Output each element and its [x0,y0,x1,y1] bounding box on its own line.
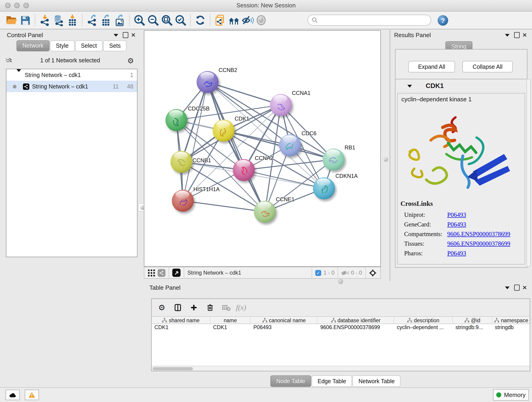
refresh-icon[interactable] [193,13,207,27]
help-icon[interactable]: ? [438,15,448,26]
table-row[interactable]: CDK1CDK1P064939606.ENSP00000378699cyclin… [152,325,530,332]
hidden-eye-icon[interactable] [341,270,349,276]
export-image-icon[interactable] [113,13,127,27]
collapse-all-icon[interactable] [5,57,11,64]
zoom-in-icon[interactable] [133,13,146,27]
function-builder-button[interactable]: f(x) [236,302,246,313]
close-panel-icon[interactable]: ✕ [521,32,528,38]
scrollbar-thumb[interactable] [152,367,193,370]
table-cell[interactable]: 9606.ENSP00000378699 [317,325,394,332]
import-network-icon[interactable] [38,13,52,27]
hide-selected-icon[interactable] [241,13,254,27]
birdseye-icon[interactable] [172,269,181,277]
column-header-description[interactable]: description [394,317,453,324]
tab-network[interactable]: Network [17,40,50,51]
network-node-cdc25b[interactable] [165,109,187,131]
close-panel-icon[interactable]: ✕ [521,284,528,291]
node-label: CDKN1A [336,173,358,179]
delete-table-icon[interactable] [220,302,232,313]
search-field[interactable] [307,15,431,26]
crosslink-value-link[interactable]: P06493 [447,211,466,219]
column-header-shared-name[interactable]: shared name [152,317,210,324]
panel-menu-icon[interactable] [504,32,510,38]
share-icon[interactable] [158,269,165,277]
network-node-ccna2[interactable] [233,159,255,181]
fit-content-icon[interactable] [160,13,174,27]
network-row[interactable]: String Network – cdk1 11 48 [6,81,137,92]
tab-sets[interactable]: Sets [103,40,127,51]
network-node-rb1[interactable] [323,148,345,171]
delete-icon[interactable] [204,302,216,313]
tab-select[interactable]: Select [75,40,103,51]
show-hidden-icon[interactable] [254,13,268,27]
crosslink-value-link[interactable]: P06493 [447,221,466,228]
search-input[interactable] [318,17,427,24]
save-session-icon[interactable] [18,13,32,27]
tab-style[interactable]: Style [50,40,75,51]
network-node-ccnb1[interactable] [171,151,192,173]
network-node-cdkn1a[interactable] [313,177,335,199]
zoom-out-icon[interactable] [146,13,160,27]
crosslink-value-link[interactable]: P06493 [447,250,466,257]
gear-icon[interactable]: ⚙ [156,302,168,313]
right-splitter-handle[interactable] [382,156,389,163]
column-header-database-identifier[interactable]: database identifier [317,317,394,324]
panel-menu-icon[interactable] [504,285,510,291]
table-cell[interactable]: cyclin–dependent ... [394,325,453,332]
network-node-ccne1[interactable] [254,201,276,223]
network-node-ccna1[interactable] [270,94,292,116]
memory-button[interactable]: Memory [493,389,529,401]
import-database-icon[interactable] [52,13,65,27]
table-cell[interactable]: P06493 [251,325,317,332]
column-header-namespace[interactable]: namespace [492,317,531,324]
float-panel-icon[interactable] [122,32,129,38]
tab-network-table[interactable]: Network Table [353,375,401,387]
section-expander-icon[interactable] [406,83,413,89]
network-node-ccnb2[interactable] [196,71,219,93]
crosshair-icon[interactable] [369,269,377,277]
network-node-cdc6[interactable] [279,134,301,156]
selected-checkbox[interactable]: ✓ [315,270,321,276]
panel-menu-icon[interactable] [113,32,119,38]
table-cell[interactable]: CDK1 [210,325,251,332]
column-header-canonical-name[interactable]: canonical name [251,317,317,324]
column-header-name[interactable]: name [210,317,251,324]
expand-all-button[interactable]: Expand All [408,61,455,72]
horizontal-splitter-handle[interactable] [338,279,343,284]
network-from-selection-icon[interactable] [213,13,227,27]
open-session-icon[interactable] [5,13,18,27]
warning-button[interactable] [25,390,39,400]
cloud-button[interactable] [6,390,20,400]
crosslink-value-link[interactable]: 9606.ENSP00000378699 [447,230,510,238]
grid-icon[interactable] [148,269,155,276]
table-cell[interactable]: stringdb [492,325,531,332]
table-horizontal-scrollbar[interactable] [152,366,530,371]
tab-node-table[interactable]: Node Table [270,375,311,387]
table-toolbar: ⚙ f(x) [152,299,530,316]
table-cell[interactable]: CDK1 [152,325,210,332]
zoom-selected-icon[interactable] [174,13,187,27]
network-options-gear-icon[interactable]: ⚙ [127,57,134,64]
network-canvas[interactable]: CCNB2CCNA1CDC25BCDK1CDC6RB1CCNB1CCNA2CDK… [144,30,381,267]
export-network-icon[interactable] [85,13,99,27]
collection-expander-icon[interactable] [17,72,21,78]
crosslink-row: Tissues:9606.ENSP00000378699 [404,240,525,248]
network-node-cdk1[interactable] [213,120,234,142]
export-table-icon[interactable] [99,13,113,27]
crosslink-value-link[interactable]: 9606.ENSP00000378699 [447,240,510,248]
column-header--id[interactable]: @id [453,317,492,324]
table-cell[interactable]: stringdb:9... [453,325,492,332]
add-column-icon[interactable] [188,302,200,313]
float-panel-icon[interactable] [514,284,520,291]
close-panel-icon[interactable]: ✕ [130,32,137,38]
split-columns-icon[interactable] [172,302,184,313]
network-node-hist1h1a[interactable] [172,190,194,212]
results-scrollbar[interactable] [526,79,531,267]
network-collection-row[interactable]: String Network – cdk1 1 [6,69,137,81]
float-panel-icon[interactable] [514,32,520,38]
network-selector-row: 1 of 1 Network selected ⚙ [5,55,134,66]
import-table-icon[interactable] [65,13,79,27]
tab-edge-table[interactable]: Edge Table [312,375,352,387]
first-neighbors-icon[interactable] [227,13,241,27]
collapse-all-button[interactable]: Collapse All [462,61,513,72]
